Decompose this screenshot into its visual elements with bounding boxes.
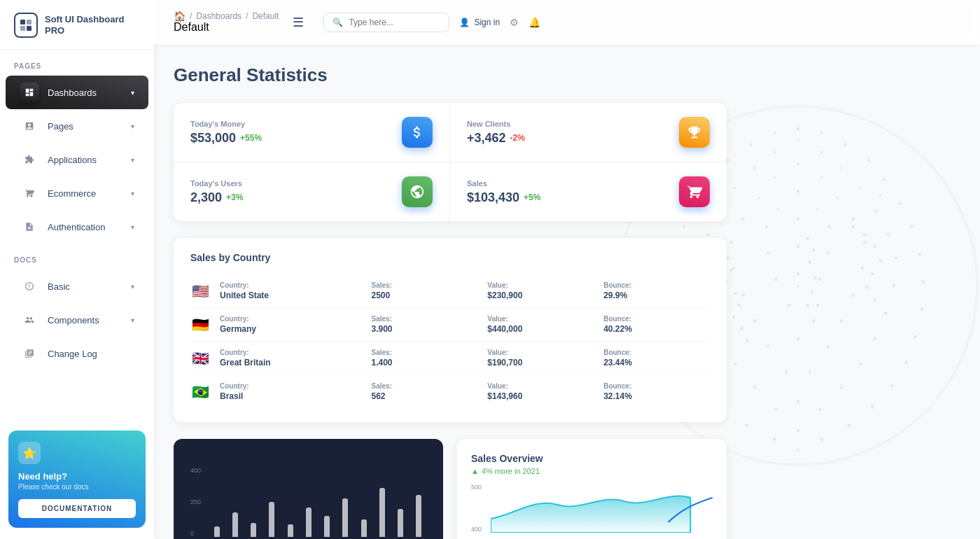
sign-in-person-icon: 👤 [459,18,470,27]
dashboards-icon [20,83,39,102]
svg-point-87 [785,370,788,373]
bar-1 [214,526,220,537]
svg-point-93 [797,400,799,403]
sales-value-gb: 1.400 [371,358,477,368]
stat-change-users: +3% [226,192,243,202]
sidebar-item-authentication-label: Authentication [48,222,105,232]
stat-info-money: Today's Money $53,000 +55% [190,120,262,146]
svg-point-49 [797,218,799,220]
svg-point-10 [797,139,799,141]
search-box[interactable]: 🔍 [323,13,449,32]
stat-label-clients: New Clients [467,120,525,128]
svg-point-112 [808,260,811,263]
table-row: 🇧🇷 Country: Brasil Sales: 562 Value: $14… [190,375,710,408]
svg-point-38 [851,218,854,220]
search-input[interactable] [349,18,440,27]
value-label-de: Value: [487,315,594,323]
sidebar-item-basic[interactable]: Basic ▾ [6,270,148,303]
country-value-us: United State [220,290,361,300]
svg-point-106 [738,304,741,307]
flag-us: 🇺🇸 [190,283,210,300]
bounce-value-br: 32.14% [603,391,710,401]
sidebar-item-applications[interactable]: Applications ▾ [6,143,148,176]
stat-card-users: Today's Users 2,300 +3% [174,162,450,221]
sales-value-us: 2500 [371,290,477,300]
svg-point-77 [890,384,893,387]
country-label-de: Country: [220,315,361,323]
bell-icon[interactable]: 🔔 [528,17,540,28]
sales-by-country-title: Sales by Country [190,252,710,263]
sidebar-section-docs-label: DOCS [0,244,154,270]
table-row: 🇬🇧 Country: Great Britain Sales: 1.400 V… [190,342,710,375]
sales-value-de: 3.900 [371,324,477,334]
bar-12 [416,495,421,537]
settings-icon[interactable]: ⚙ [510,17,519,28]
documentation-button[interactable]: DOCUMENTATION [18,499,136,518]
svg-point-94 [773,438,776,440]
stat-card-sales: Sales $103,430 +5% [450,162,727,221]
svg-point-117 [851,225,854,228]
svg-point-111 [812,248,815,251]
components-icon [20,310,39,330]
svg-rect-1 [27,20,31,24]
bounce-value-us: 29.9% [603,290,710,300]
svg-point-86 [839,386,842,388]
bounce-col-br: Bounce: 32.14% [603,382,710,401]
stat-change-sales: +5% [524,192,540,202]
breadcrumb-current: Default [252,12,279,20]
components-chevron-icon: ▾ [131,316,134,324]
svg-point-63 [741,293,744,296]
svg-point-5 [797,127,799,130]
pages-icon [20,116,39,136]
sidebar-item-components[interactable]: Components ▾ [6,303,148,337]
stat-card-money: Today's Money $53,000 +55% [174,103,450,162]
sidebar-item-authentication[interactable]: Authentication ▾ [6,210,148,244]
svg-point-88 [808,370,811,373]
sidebar-item-applications-label: Applications [48,155,97,165]
svg-point-62 [884,312,887,314]
svg-point-32 [797,190,799,192]
sidebar-item-dashboards[interactable]: Dashboards ▾ [6,76,148,109]
bar-chart-bars [209,467,426,537]
svg-point-109 [746,339,748,342]
sign-in-button[interactable]: 👤 Sign in [459,18,500,27]
breadcrumb-dashboards[interactable]: Dashboards [196,12,241,20]
svg-point-122 [865,286,868,288]
svg-point-115 [816,304,819,307]
chart-y-200: 200 [190,498,201,505]
stat-info-users: Today's Users 2,300 +3% [190,179,243,205]
svg-point-116 [812,319,815,322]
svg-point-51 [920,307,923,310]
stat-icon-users [402,176,433,207]
flag-br: 🇧🇷 [190,384,210,400]
svg-point-64 [851,293,854,296]
svg-point-53 [892,284,895,287]
sidebar-item-ecommerce[interactable]: Ecommerce ▾ [6,176,148,210]
stat-icon-clients [679,117,710,148]
svg-point-119 [874,245,876,248]
sidebar-item-pages[interactable]: Pages ▾ [6,109,148,143]
hamburger-icon[interactable]: ☰ [290,12,307,33]
bar-3 [251,523,256,537]
svg-point-84 [871,405,874,408]
sidebar-item-changelog[interactable]: Change Log [6,337,148,370]
svg-point-73 [839,319,842,322]
svg-rect-3 [27,26,31,31]
svg-point-44 [895,257,897,260]
svg-point-12 [867,159,870,162]
value-value-us: $230,900 [487,290,594,300]
svg-point-91 [774,408,777,411]
svg-point-18 [840,167,842,169]
home-icon[interactable]: 🏠 [174,11,186,21]
bottom-row: 400 200 0 [174,439,727,539]
value-label-br: Value: [487,382,594,390]
value-col-us: Value: $230,900 [487,281,594,300]
bounce-label: Bounce: [603,281,710,289]
breadcrumb: 🏠 / Dashboards / Default Default [174,11,279,34]
svg-point-90 [848,424,850,426]
overview-subtitle: ▲ 4% more in 2021 [471,467,713,475]
sidebar-pages-section: PAGES Dashboards ▾ Pages ▾ [0,50,154,244]
country-value-gb: Great Britain [220,358,361,368]
svg-point-9 [844,143,846,146]
sales-col-br: Sales: 562 [371,382,477,401]
